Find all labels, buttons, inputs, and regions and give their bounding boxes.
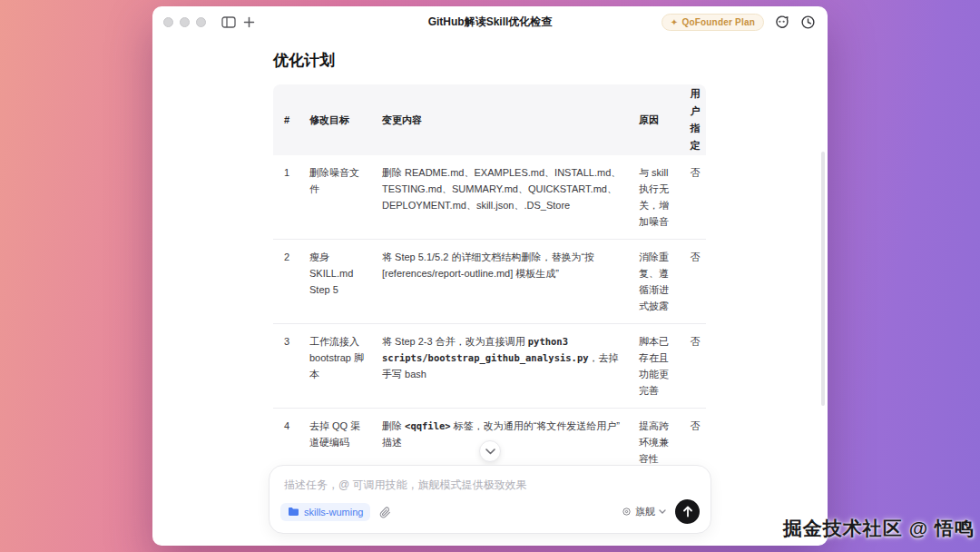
message-input[interactable]: 描述任务，@ 可调用技能，旗舰模式提供极致效果 bbox=[270, 466, 710, 493]
row-change: 删除 <qqfile> 标签，改为通用的“将文件发送给用户”描述 bbox=[382, 409, 639, 459]
row-user-specified: 否 bbox=[684, 155, 706, 190]
row-change: 将 Step 2-3 合并，改为直接调用 python3 scripts/boo… bbox=[382, 324, 639, 391]
zoom-button[interactable] bbox=[196, 17, 206, 27]
attachment-icon[interactable] bbox=[379, 506, 391, 518]
sidebar-toggle-icon[interactable] bbox=[219, 12, 239, 32]
window-scrollbar[interactable] bbox=[821, 152, 825, 406]
app-window: GitHub解读Skill优化检查 ✦ QoFounder Plan 优化计划 bbox=[152, 6, 828, 546]
table-header-row: # 修改目标 变更内容 原因 用户指定 bbox=[273, 84, 706, 155]
row-user-specified: 否 bbox=[684, 324, 706, 359]
row-reason: 与 skill 执行无关，增加噪音 bbox=[639, 155, 684, 239]
arrow-up-icon bbox=[682, 506, 693, 518]
optimization-table: # 修改目标 变更内容 原因 用户指定 1 删除噪音文件 删除 README.m… bbox=[273, 84, 706, 477]
scroll-down-button[interactable] bbox=[479, 440, 501, 462]
plan-badge-label: QoFounder Plan bbox=[681, 17, 755, 27]
folder-icon bbox=[288, 507, 299, 517]
row-reason: 消除重复、遵循渐进式披露 bbox=[639, 240, 684, 323]
sparkle-icon: ✦ bbox=[671, 17, 679, 27]
table-row: 1 删除噪音文件 删除 README.md、EXAMPLES.md、INSTAL… bbox=[273, 155, 706, 240]
minimize-button[interactable] bbox=[180, 17, 190, 27]
row-user-specified: 否 bbox=[684, 409, 706, 443]
header-user-specified: 用户指定 bbox=[690, 85, 701, 154]
close-button[interactable] bbox=[163, 17, 173, 27]
composer-toolbar: skills-wuming 旗舰 bbox=[280, 499, 700, 524]
table-row: 3 工作流接入 bootstrap 脚本 将 Step 2-3 合并，改为直接调… bbox=[273, 324, 706, 409]
chevron-down-icon bbox=[659, 509, 666, 514]
mode-icon bbox=[622, 507, 632, 517]
mode-selector[interactable]: 旗舰 bbox=[622, 505, 666, 518]
row-num: 4 bbox=[273, 409, 300, 443]
header-target: 修改目标 bbox=[300, 113, 382, 127]
row-num: 1 bbox=[273, 155, 300, 190]
watermark: 掘金技术社区 @ 悟鸣 bbox=[783, 516, 975, 541]
header-reason: 原因 bbox=[639, 113, 684, 127]
skill-chip[interactable]: skills-wuming bbox=[280, 503, 370, 521]
feedback-icon[interactable] bbox=[772, 13, 790, 31]
table-row: 2 瘦身 SKILL.md Step 5 将 Step 5.1/5.2 的详细文… bbox=[273, 240, 706, 324]
plan-badge[interactable]: ✦ QoFounder Plan bbox=[662, 14, 764, 31]
row-num: 3 bbox=[273, 324, 300, 359]
composer: 描述任务，@ 可调用技能，旗舰模式提供极致效果 skills-wuming 旗舰 bbox=[269, 465, 711, 534]
skill-chip-label: skills-wuming bbox=[304, 507, 363, 518]
mode-label: 旗舰 bbox=[635, 505, 655, 518]
new-tab-icon[interactable] bbox=[239, 12, 259, 32]
document-area: 优化计划 # 修改目标 变更内容 原因 用户指定 1 删除噪音文件 删除 REA… bbox=[273, 50, 707, 477]
inline-code: <qqfile> bbox=[405, 420, 451, 431]
row-target: 瘦身 SKILL.md Step 5 bbox=[300, 240, 382, 307]
row-target: 去掉 QQ 渠道硬编码 bbox=[300, 409, 382, 459]
row-target: 删除噪音文件 bbox=[300, 155, 382, 206]
header-num: # bbox=[273, 113, 300, 127]
chevron-down-icon bbox=[485, 448, 495, 455]
row-user-specified: 否 bbox=[684, 240, 706, 274]
page-title: 优化计划 bbox=[273, 50, 707, 71]
history-icon[interactable] bbox=[799, 13, 817, 31]
row-num: 2 bbox=[273, 240, 300, 274]
row-target: 工作流接入 bootstrap 脚本 bbox=[300, 324, 382, 391]
header-change: 变更内容 bbox=[382, 113, 639, 127]
traffic-lights bbox=[163, 17, 206, 27]
row-reason: 脚本已存在且功能更完善 bbox=[639, 324, 684, 408]
titlebar: GitHub解读Skill优化检查 ✦ QoFounder Plan bbox=[152, 6, 828, 37]
send-button[interactable] bbox=[675, 499, 700, 524]
row-change: 将 Step 5.1/5.2 的详细文档结构删除，替换为“按 [referenc… bbox=[382, 240, 639, 291]
row-change: 删除 README.md、EXAMPLES.md、INSTALL.md、TEST… bbox=[382, 155, 639, 222]
